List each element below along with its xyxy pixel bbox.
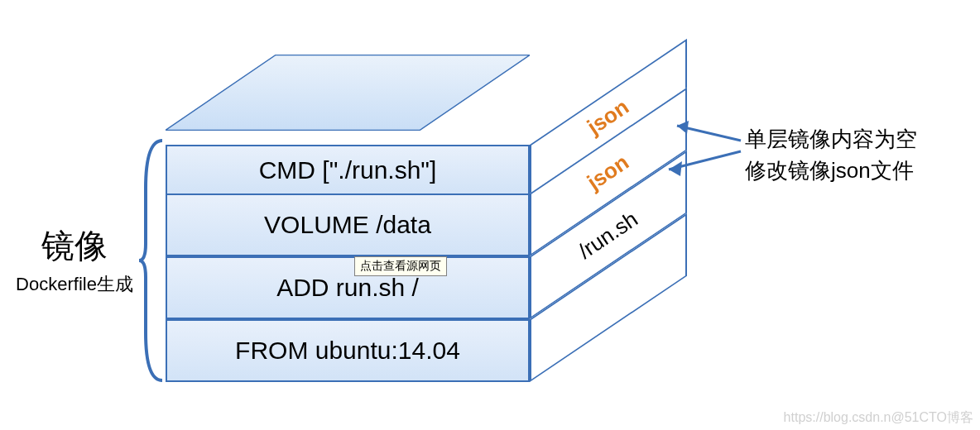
layer-add-text: ADD run.sh / [276,274,419,302]
layer-add: ADD run.sh / [166,256,530,319]
source-tooltip: 点击查看源网页 [354,256,447,276]
diagram-stage: 镜像 Dockerfile生成 json json /run.sh CMD ["… [0,0,980,430]
brace-icon [139,139,164,382]
svg-marker-0 [166,55,530,131]
layer-from: FROM ubuntu:14.04 [166,319,530,382]
layer-volume: VOLUME /data [166,194,530,256]
left-caption-subtitle: Dockerfile生成 [8,272,141,297]
layer-volume-text: VOLUME /data [264,211,431,239]
layer-cmd-text: CMD ["./run.sh"] [259,156,437,184]
layer-from-text: FROM ubuntu:14.04 [235,337,460,365]
right-annotation-line2: 修改镜像json文件 [745,155,917,187]
layer-cmd: CMD ["./run.sh"] [166,145,530,195]
arrow-to-json-top [662,108,745,149]
side-label-json-bottom: json [583,149,634,195]
top-face [166,39,530,146]
left-caption: 镜像 Dockerfile生成 [8,223,141,297]
right-annotation-line1: 单层镜像内容为空 [745,124,917,155]
watermark: https://blog.csdn.n@51CTO博客 [784,409,973,427]
right-annotation: 单层镜像内容为空 修改镜像json文件 [745,124,917,186]
arrow-to-json-bottom [654,145,745,186]
svg-marker-4 [669,161,682,176]
left-caption-title: 镜像 [8,223,141,269]
